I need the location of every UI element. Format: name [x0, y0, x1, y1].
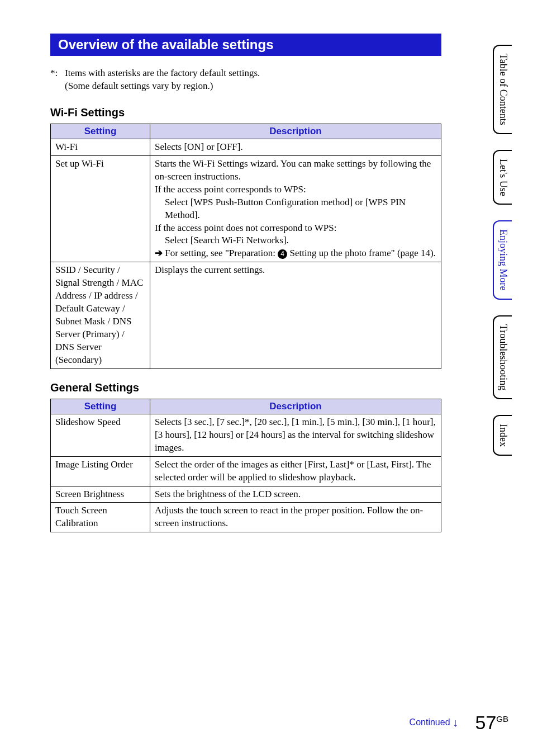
description-cell: Displays the current settings. — [150, 262, 441, 369]
description-cell: Selects [3 sec.], [7 sec.]*, [20 sec.], … — [150, 414, 441, 456]
continued-label: Continued — [410, 717, 450, 727]
description-cell: Starts the Wi-Fi Settings wizard. You ca… — [150, 155, 441, 262]
desc-line: If the access point does not correspond … — [155, 222, 436, 235]
section-title: Overview of the available settings — [50, 34, 441, 56]
table-row: Wi-Fi Selects [ON] or [OFF]. — [51, 139, 441, 155]
tab-lets-use[interactable]: Let's Use — [493, 150, 512, 205]
col-header-description: Description — [150, 124, 441, 139]
table-header-row: Setting Description — [51, 124, 441, 139]
continued-indicator: Continued ↓ — [410, 716, 458, 729]
setting-cell: Image Listing Order — [51, 456, 150, 486]
description-cell: Select the order of the images as either… — [150, 456, 441, 486]
general-settings-table: Setting Description Slideshow Speed Sele… — [50, 399, 441, 533]
crossref-text-a: For setting, see "Preparation: — [165, 248, 275, 258]
general-settings-heading: General Settings — [50, 381, 441, 394]
tab-troubleshooting[interactable]: Troubleshooting — [493, 315, 512, 399]
col-header-setting: Setting — [51, 399, 150, 414]
wifi-settings-table: Setting Description Wi-Fi Selects [ON] o… — [50, 124, 441, 369]
table-row: Touch Screen Calibration Adjusts the tou… — [51, 503, 441, 532]
desc-line-indented: Select [WPS Push-Button Configuration me… — [155, 196, 436, 222]
desc-line-crossref: ➔ For setting, see "Preparation: 4 Setti… — [155, 247, 436, 260]
wifi-settings-heading: Wi-Fi Settings — [50, 106, 441, 119]
setting-cell: Wi-Fi — [51, 139, 150, 155]
table-row: Set up Wi-Fi Starts the Wi-Fi Settings w… — [51, 155, 441, 262]
description-cell: Sets the brightness of the LCD screen. — [150, 486, 441, 503]
note-line1: Items with asterisks are the factory def… — [65, 67, 260, 80]
page-number-value: 57 — [475, 712, 496, 733]
factory-default-note: *: Items with asterisks are the factory … — [50, 67, 441, 93]
setting-cell: Slideshow Speed — [51, 414, 150, 456]
page-number-suffix: GB — [496, 714, 508, 724]
tab-enjoying-more[interactable]: Enjoying More — [493, 220, 512, 300]
step-number-icon: 4 — [278, 249, 287, 259]
note-text: Items with asterisks are the factory def… — [65, 67, 260, 93]
col-header-description: Description — [150, 399, 441, 414]
desc-line: If the access point corresponds to WPS: — [155, 183, 436, 196]
setting-cell: Touch Screen Calibration — [51, 503, 150, 532]
description-cell: Adjusts the touch screen to react in the… — [150, 503, 441, 532]
crossref-text-b: Setting up the photo frame" (page 14). — [289, 248, 435, 258]
tab-table-of-contents[interactable]: Table of Contents — [493, 45, 512, 134]
setting-cell: SSID / Security / Signal Strength / MAC … — [51, 262, 150, 369]
table-row: Screen Brightness Sets the brightness of… — [51, 486, 441, 503]
col-header-setting: Setting — [51, 124, 150, 139]
page-number: 57GB — [475, 712, 508, 734]
note-line2: (Some default settings vary by region.) — [65, 80, 260, 93]
setting-cell: Screen Brightness — [51, 486, 150, 503]
desc-line: Starts the Wi-Fi Settings wizard. You ca… — [155, 158, 436, 183]
down-arrow-icon: ↓ — [453, 716, 458, 729]
table-header-row: Setting Description — [51, 399, 441, 414]
arrow-icon: ➔ — [155, 248, 165, 258]
table-row: SSID / Security / Signal Strength / MAC … — [51, 262, 441, 369]
table-row: Image Listing Order Select the order of … — [51, 456, 441, 486]
setting-cell: Set up Wi-Fi — [51, 155, 150, 262]
table-row: Slideshow Speed Selects [3 sec.], [7 sec… — [51, 414, 441, 456]
side-tabs: Table of Contents Let's Use Enjoying Mor… — [493, 45, 523, 471]
description-cell: Selects [ON] or [OFF]. — [150, 139, 441, 155]
tab-index[interactable]: Index — [493, 415, 512, 456]
desc-line-indented: Select [Search Wi-Fi Networks]. — [155, 234, 436, 247]
asterisk-symbol: *: — [50, 67, 65, 93]
